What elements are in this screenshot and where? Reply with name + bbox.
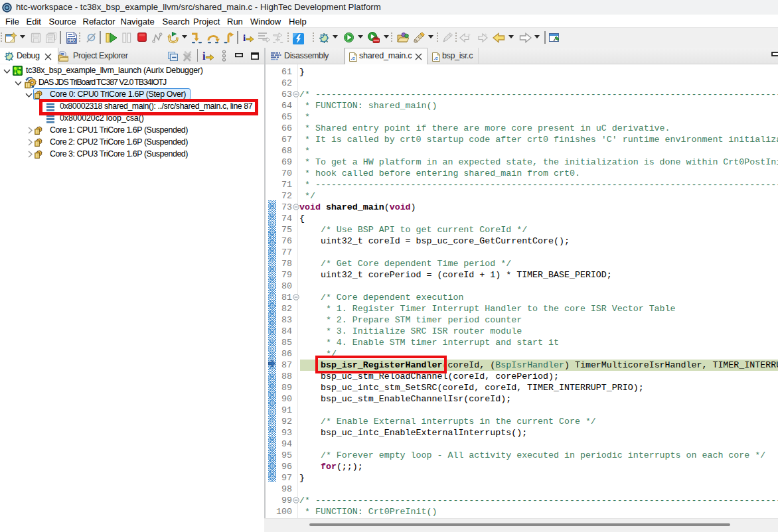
svg-text:i: i	[202, 50, 206, 62]
svg-text:010: 010	[68, 37, 76, 43]
svg-text:.c: .c	[350, 55, 355, 61]
svg-text:.c: .c	[433, 55, 438, 61]
svg-text:i: i	[243, 33, 246, 43]
